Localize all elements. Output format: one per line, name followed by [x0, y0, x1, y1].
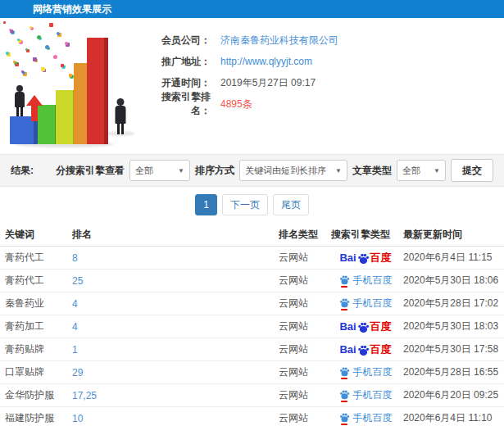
- info-row: 搜索引擎排名：4895条: [143, 93, 504, 115]
- update-time-cell: 2020年5月28日 17:02: [403, 297, 504, 310]
- keyword-cell: 膏药代工: [5, 251, 72, 265]
- keyword-cell: 膏药代工: [5, 274, 72, 288]
- result-label: 结果:: [11, 164, 34, 178]
- confetti-dot: [53, 55, 57, 59]
- rank-type-cell: 云网站: [279, 297, 328, 310]
- engine-filter-label: 分搜索引擎查看: [56, 164, 125, 178]
- info-value-1[interactable]: http://www.qlyyjt.com: [220, 56, 312, 67]
- column-header-1: 排名: [72, 228, 279, 242]
- article-type-label: 文章类型: [352, 164, 392, 178]
- article-type-select[interactable]: 全部 ▼: [397, 160, 446, 181]
- businessman-right: [113, 98, 128, 134]
- rank-link[interactable]: 10: [72, 413, 279, 424]
- update-time-cell: 2020年6月4日 11:15: [403, 251, 504, 265]
- table-row: 膏药加工4云网站Bai百度2020年5月30日 18:03: [0, 315, 504, 338]
- update-time-cell: 2020年5月30日 18:03: [403, 320, 504, 333]
- keyword-cell: 秦鲁药业: [5, 297, 72, 310]
- update-time-cell: 2020年5月28日 16:55: [403, 365, 504, 379]
- pagination: 1下一页尾页: [0, 187, 504, 223]
- baidu-logo-text-red: 百度: [370, 252, 392, 264]
- info-value-0[interactable]: 济南秦鲁药业科技有限公司: [220, 34, 338, 48]
- engine-cell: Bai百度: [328, 344, 403, 356]
- rank-link[interactable]: 4: [72, 298, 279, 310]
- rank-type-cell: 云网站: [279, 342, 328, 356]
- mobile-baidu-logo: 手机百度: [339, 274, 393, 288]
- info-row: 会员公司：济南秦鲁药业科技有限公司: [143, 29, 504, 51]
- info-value-3: 4895条: [220, 97, 252, 111]
- rank-type-cell: 云网站: [279, 274, 328, 288]
- mobile-baidu-icon-underline: [341, 401, 347, 402]
- confetti-dot: [37, 35, 41, 39]
- update-time-cell: 2020年5月30日 18:06: [403, 274, 504, 288]
- page-button-0[interactable]: 1: [195, 194, 217, 215]
- rank-link[interactable]: 29: [72, 367, 279, 378]
- rank-link[interactable]: 17,25: [72, 390, 279, 401]
- rank-link[interactable]: 4: [72, 321, 279, 333]
- engine-filter-select[interactable]: 全部 ▼: [129, 160, 190, 181]
- sort-filter-label: 排序方式: [195, 164, 234, 178]
- keyword-cell: 膏药贴牌: [5, 342, 72, 356]
- baidu-logo: Bai百度: [339, 252, 391, 264]
- keyword-cell: 福建防护服: [5, 411, 72, 425]
- table-body: 膏药代工8云网站Bai百度2020年6月4日 11:15膏药代工25云网站手机百…: [0, 247, 504, 426]
- rank-link[interactable]: 25: [72, 275, 279, 287]
- table-row: 福建防护服10云网站手机百度2020年6月4日 11:10: [0, 407, 504, 426]
- mobile-baidu-icon-underline: [341, 378, 347, 379]
- table-row: 膏药代工8云网站Bai百度2020年6月4日 11:15: [0, 247, 504, 270]
- info-row: 推广地址：http://www.qlyyjt.com: [143, 51, 504, 72]
- keyword-ranking-table: 关键词排名排名类型搜索引擎类型最新更新时间 膏药代工8云网站Bai百度2020年…: [0, 223, 504, 426]
- table-row: 金华防护服17,25云网站手机百度2020年6月20日 09:25: [0, 384, 504, 407]
- table-row: 膏药代工25云网站手机百度2020年5月30日 18:06: [0, 270, 504, 292]
- mobile-baidu-label: 手机百度: [353, 365, 393, 379]
- chevron-down-icon: ▼: [434, 167, 440, 174]
- rank-type-cell: 云网站: [279, 251, 328, 265]
- page-button-1[interactable]: 下一页: [222, 194, 268, 215]
- engine-cell: 手机百度: [328, 274, 403, 288]
- rank-link[interactable]: 8: [72, 252, 279, 264]
- rank-type-cell: 云网站: [279, 365, 328, 379]
- update-time-cell: 2020年5月30日 17:58: [403, 342, 504, 356]
- confetti-dot: [33, 57, 37, 61]
- confetti-dot: [6, 52, 9, 55]
- baidu-logo-text: Bai: [339, 252, 356, 264]
- mobile-baidu-icon-underline: [341, 424, 347, 425]
- chevron-down-icon: ▼: [178, 167, 184, 174]
- keyword-cell: 金华防护服: [5, 388, 72, 402]
- baidu-logo-text-red: 百度: [370, 321, 392, 333]
- sort-order-select[interactable]: 关键词由短到长排序 ▼: [239, 160, 347, 181]
- info-value-2: 2019年5月27日 09:17: [220, 76, 316, 90]
- confetti-dot: [57, 32, 60, 35]
- confetti-dot: [49, 23, 53, 27]
- mobile-baidu-icon: [339, 389, 350, 402]
- confetti-dot: [21, 70, 24, 73]
- chart-bar-red: [87, 38, 108, 144]
- article-type-value: 全部: [402, 165, 420, 177]
- confetti-dot: [45, 45, 49, 49]
- engine-cell: 手机百度: [328, 297, 403, 310]
- filter-controls: 分搜索引擎查看 全部 ▼ 排序方式 关键词由短到长排序 ▼ 文章类型 全部 ▼ …: [56, 159, 493, 182]
- baidu-logo-text: Bai: [339, 344, 356, 356]
- confetti-dot: [41, 67, 45, 71]
- engine-cell: Bai百度: [328, 321, 403, 333]
- baidu-paw-icon: [339, 389, 350, 400]
- mobile-baidu-icon-underline: [341, 286, 347, 288]
- info-label: 会员公司：: [143, 34, 211, 48]
- column-header-2: 排名类型: [279, 228, 328, 242]
- submit-button[interactable]: 提交: [451, 159, 493, 182]
- company-info-panel: 会员公司：济南秦鲁药业科技有限公司推广地址：http://www.qlyyjt.…: [143, 18, 504, 154]
- table-header-row: 关键词排名排名类型搜索引擎类型最新更新时间: [0, 223, 504, 247]
- page-button-2[interactable]: 尾页: [273, 194, 309, 215]
- mobile-baidu-icon: [339, 274, 350, 288]
- baidu-paw-icon: [339, 412, 350, 423]
- confetti-dot: [9, 29, 11, 31]
- mobile-baidu-icon: [339, 366, 350, 379]
- mobile-baidu-icon: [339, 412, 350, 425]
- engine-cell: 手机百度: [328, 365, 403, 379]
- baidu-paw-icon: [357, 321, 370, 333]
- table-row: 秦鲁药业4云网站手机百度2020年5月28日 17:02: [0, 292, 504, 315]
- engine-cell: Bai百度: [328, 252, 403, 264]
- confetti-dot: [25, 48, 28, 51]
- confetti-dot: [65, 42, 68, 45]
- rank-link[interactable]: 1: [72, 344, 279, 356]
- baidu-logo: Bai百度: [339, 321, 391, 333]
